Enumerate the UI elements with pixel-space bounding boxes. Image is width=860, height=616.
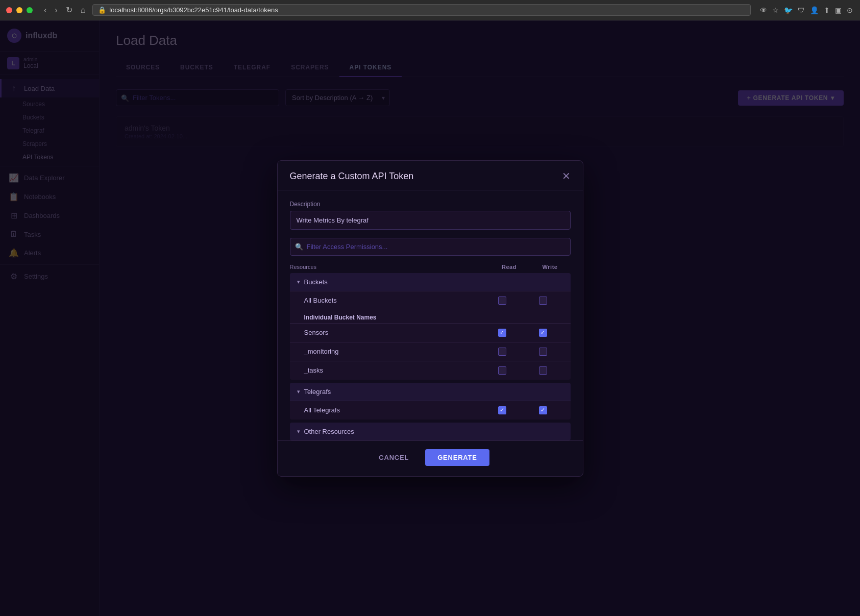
modal-title: Generate a Custom API Token — [290, 171, 414, 182]
all-buckets-read-checkbox[interactable] — [498, 297, 506, 305]
url-text: localhost:8086/orgs/b3092bc22e51c941/loa… — [109, 6, 278, 14]
resources-label: Resources — [290, 264, 489, 270]
filter-permissions-input[interactable] — [290, 238, 571, 256]
filter-icon: 🔍 — [295, 243, 303, 251]
chevron-right-icon: ▾ — [297, 428, 300, 435]
browser-ext2-icon[interactable]: 🛡 — [797, 5, 806, 15]
table-row: _monitoring — [290, 342, 571, 361]
tasks-label: _tasks — [304, 366, 482, 374]
telegrafs-group-title: Telegrafs — [304, 388, 331, 396]
modal-overlay: Generate a Custom API Token ✕ Descriptio… — [0, 20, 860, 616]
browser-forward[interactable]: › — [52, 4, 60, 16]
other-resources-group-header[interactable]: ▾ Other Resources — [290, 423, 571, 440]
resource-group-buckets: ▾ Buckets All Buckets In — [290, 273, 571, 380]
table-row: All Telegrafs ✓ ✓ — [290, 401, 571, 420]
browser-bookmark-icon[interactable]: ☆ — [771, 5, 780, 15]
tasks-read-checkbox[interactable] — [498, 366, 506, 375]
telegrafs-group-header[interactable]: ▾ Telegrafs — [290, 383, 571, 401]
telegrafs-group-body: All Telegrafs ✓ ✓ — [290, 401, 571, 420]
browser-ext1-icon[interactable]: 🐦 — [783, 5, 794, 15]
browser-ext3-icon[interactable]: 👤 — [809, 5, 820, 15]
sensors-label: Sensors — [304, 329, 482, 336]
generate-button[interactable]: GENERATE — [425, 449, 489, 466]
description-form-group: Description — [290, 201, 571, 230]
browser-profile-icon[interactable]: ⊙ — [846, 5, 854, 15]
resource-group-other: ▾ Other Resources — [290, 423, 571, 440]
chevron-down-icon: ▾ — [297, 279, 300, 285]
other-resources-group-title: Other Resources — [304, 428, 354, 435]
browser-btn-close[interactable] — [6, 7, 12, 13]
sensors-read-check[interactable]: ✓ — [482, 329, 523, 337]
tasks-write-check[interactable] — [523, 366, 563, 375]
tasks-write-checkbox[interactable] — [539, 366, 547, 375]
all-buckets-write-check[interactable] — [523, 297, 563, 305]
cancel-button[interactable]: CANCEL — [371, 450, 417, 465]
all-telegrafs-label: All Telegrafs — [304, 406, 482, 414]
all-telegrafs-read-check[interactable]: ✓ — [482, 406, 523, 414]
modal-close-button[interactable]: ✕ — [562, 171, 571, 181]
resources-header: Resources Read Write — [290, 262, 571, 273]
browser-back[interactable]: ‹ — [41, 4, 50, 16]
generate-token-modal: Generate a Custom API Token ✕ Descriptio… — [277, 160, 583, 477]
browser-btn-minimize[interactable] — [16, 7, 22, 13]
monitoring-read-checkbox[interactable] — [498, 348, 506, 356]
tasks-read-check[interactable] — [482, 366, 523, 375]
all-telegrafs-write-checkbox[interactable]: ✓ — [539, 406, 547, 414]
table-row: All Buckets — [290, 291, 571, 310]
modal-body: Description 🔍 Resources Read Write ▾ Buc… — [278, 190, 583, 440]
write-col-header: Write — [530, 264, 571, 270]
browser-eye-icon[interactable]: 👁 — [759, 5, 768, 15]
chevron-down-icon: ▾ — [297, 388, 300, 395]
read-col-header: Read — [489, 264, 530, 270]
sensors-write-check[interactable]: ✓ — [523, 329, 563, 337]
buckets-group-header[interactable]: ▾ Buckets — [290, 273, 571, 291]
browser-share-icon[interactable]: ⬆ — [823, 5, 831, 15]
browser-home[interactable]: ⌂ — [78, 4, 89, 16]
browser-sidebar-icon[interactable]: ▣ — [834, 5, 843, 15]
all-telegrafs-read-checkbox[interactable]: ✓ — [498, 406, 506, 414]
monitoring-label: _monitoring — [304, 348, 482, 355]
all-buckets-label: All Buckets — [304, 297, 482, 304]
monitoring-read-check[interactable] — [482, 348, 523, 356]
sensors-read-checkbox[interactable]: ✓ — [498, 329, 506, 337]
table-row: _tasks — [290, 361, 571, 380]
description-label: Description — [290, 201, 571, 208]
resource-group-telegrafs: ▾ Telegrafs All Telegrafs ✓ ✓ — [290, 383, 571, 420]
table-row: Sensors ✓ ✓ — [290, 323, 571, 342]
monitoring-write-checkbox[interactable] — [539, 348, 547, 356]
buckets-group-title: Buckets — [304, 278, 328, 286]
individual-bucket-names-header: Individual Bucket Names — [290, 310, 571, 323]
browser-refresh[interactable]: ↻ — [63, 4, 76, 16]
all-buckets-write-checkbox[interactable] — [539, 297, 547, 305]
address-bar[interactable]: 🔒 localhost:8086/orgs/b3092bc22e51c941/l… — [92, 4, 751, 16]
sensors-write-checkbox[interactable]: ✓ — [539, 329, 547, 337]
browser-btn-maximize[interactable] — [27, 7, 33, 13]
modal-header: Generate a Custom API Token ✕ — [278, 161, 583, 190]
all-buckets-read-check[interactable] — [482, 297, 523, 305]
all-telegrafs-write-check[interactable]: ✓ — [523, 406, 563, 414]
modal-footer: CANCEL GENERATE — [278, 440, 583, 476]
buckets-group-body: All Buckets Individual Bucket Names Sens… — [290, 291, 571, 380]
description-input[interactable] — [290, 211, 571, 230]
monitoring-write-check[interactable] — [523, 348, 563, 356]
browser-chrome: ‹ › ↻ ⌂ 🔒 localhost:8086/orgs/b3092bc22e… — [0, 0, 860, 20]
lock-icon: 🔒 — [98, 6, 106, 14]
filter-permissions-wrapper: 🔍 — [290, 238, 571, 256]
